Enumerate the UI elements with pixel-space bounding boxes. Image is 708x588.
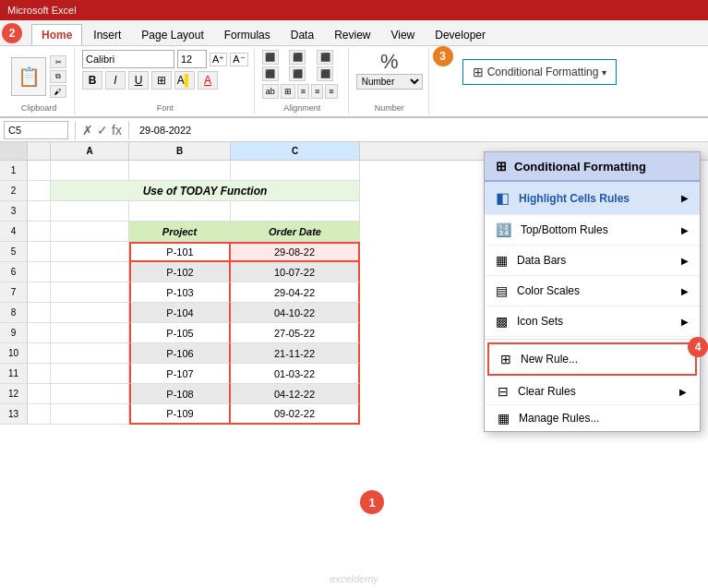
title-bar: Microsoft Excel: [0, 0, 708, 20]
cell-a8[interactable]: [51, 303, 129, 323]
cell-a9[interactable]: [51, 323, 129, 343]
cell-b11[interactable]: P-107: [129, 364, 231, 384]
conditional-formatting-button[interactable]: ⊞ Conditional Formatting ▾: [462, 59, 618, 85]
cell-b8[interactable]: P-104: [129, 303, 231, 323]
row-num-1: 1: [0, 161, 28, 181]
clipboard-label: Clipboard: [21, 103, 57, 113]
watermark: exceldemy: [330, 573, 378, 584]
tab-home[interactable]: Home: [31, 24, 82, 45]
menu-item-color-scales[interactable]: ▤ Color Scales ▶: [485, 276, 700, 306]
tab-view[interactable]: View: [381, 25, 424, 45]
cell-c11[interactable]: 01-03-22: [231, 364, 360, 384]
cell-b9[interactable]: P-105: [129, 323, 231, 343]
tab-data[interactable]: Data: [282, 25, 323, 45]
fill-color-button[interactable]: A▌: [174, 71, 195, 90]
cell-a6[interactable]: [51, 262, 129, 282]
cell-reference-input[interactable]: [4, 121, 68, 139]
align-left-button[interactable]: ≡: [297, 84, 309, 99]
underline-button[interactable]: U: [128, 71, 149, 90]
tab-page-layout[interactable]: Page Layout: [132, 25, 212, 45]
wrap-text-button[interactable]: ab: [262, 84, 279, 99]
cell-a10[interactable]: [51, 343, 129, 364]
number-format-select[interactable]: Number General Currency Percentage Date: [356, 74, 423, 90]
menu-item-highlight-cells[interactable]: ◧ Highlight Cells Rules ▶: [485, 182, 700, 215]
align-bottom-left[interactable]: ⬛: [262, 66, 279, 81]
align-right-button[interactable]: ≡: [325, 84, 337, 99]
italic-button[interactable]: I: [105, 71, 126, 90]
copy-button[interactable]: ⧉: [50, 70, 66, 83]
font-size-input[interactable]: [177, 50, 207, 68]
cell-c5-selected[interactable]: 29-08-22: [231, 242, 360, 262]
row-num-13: 13: [0, 404, 28, 425]
cell-b6[interactable]: P-102: [129, 262, 231, 282]
cell-b5[interactable]: P-101: [129, 242, 231, 262]
cell-a12[interactable]: [51, 384, 129, 404]
cell-a5[interactable]: [51, 242, 129, 262]
icon-sets-label: Icon Sets: [517, 315, 672, 328]
cancel-icon[interactable]: ✗: [82, 123, 93, 138]
cell-c10[interactable]: 21-11-22: [231, 343, 360, 364]
cell-c1[interactable]: [231, 161, 360, 181]
align-center-button[interactable]: ≡: [311, 84, 323, 99]
align-bottom-center[interactable]: ⬛: [289, 66, 306, 81]
cell-b12[interactable]: P-108: [129, 384, 231, 404]
cell-a4[interactable]: [51, 222, 129, 242]
cell-c9[interactable]: 27-05-22: [231, 323, 360, 343]
formula-bar-divider: [75, 121, 76, 139]
font-color-button[interactable]: A: [198, 71, 218, 90]
cell-c8[interactable]: 04-10-22: [231, 303, 360, 323]
tab-insert[interactable]: Insert: [84, 25, 130, 45]
font-group: A⁺ A⁻ B I U ⊞ A▌ A Font: [77, 48, 255, 114]
cell-c6[interactable]: 10-07-22: [231, 262, 360, 282]
align-bottom-right[interactable]: ⬛: [317, 66, 333, 81]
cell-c12[interactable]: 04-12-22: [231, 384, 360, 404]
cf-group: 3 ⊞ Conditional Formatting ▾: [431, 48, 704, 114]
format-painter-button[interactable]: 🖌: [50, 85, 66, 98]
cell-b3[interactable]: [129, 201, 231, 222]
menu-header-icon: ⊞: [496, 159, 507, 174]
cell-b10[interactable]: P-106: [129, 343, 231, 364]
cell-c7[interactable]: 29-04-22: [231, 282, 360, 303]
new-rule-label: New Rule...: [521, 353, 684, 366]
font-name-input[interactable]: [82, 50, 174, 68]
align-top-left[interactable]: ⬛: [262, 50, 279, 65]
cell-a7[interactable]: [51, 282, 129, 303]
menu-item-clear-rules[interactable]: ⊟ Clear Rules ▶: [485, 378, 700, 405]
menu-item-manage-rules[interactable]: ▦ Manage Rules...: [485, 405, 700, 431]
cell-a11[interactable]: [51, 364, 129, 384]
cell-c3[interactable]: [231, 201, 360, 222]
step4-circle: 4: [688, 337, 708, 357]
percent-symbol[interactable]: %: [380, 50, 399, 74]
step3-circle: 3: [433, 46, 453, 66]
formula-input[interactable]: [136, 124, 704, 137]
cell-c13[interactable]: 09-02-22: [231, 404, 360, 425]
tab-review[interactable]: Review: [325, 25, 379, 45]
cell-a13[interactable]: [51, 404, 129, 425]
font-shrink-button[interactable]: A⁻: [230, 53, 247, 66]
align-top-center[interactable]: ⬛: [289, 50, 306, 65]
tab-developer[interactable]: Developer: [426, 25, 495, 45]
confirm-icon[interactable]: ✓: [97, 123, 108, 138]
cell-spacer-3: [28, 201, 51, 222]
merge-center-button[interactable]: ⊞: [281, 84, 295, 99]
cell-a1[interactable]: [51, 161, 129, 181]
align-top-right[interactable]: ⬛: [317, 50, 333, 65]
cut-button[interactable]: ✂: [50, 55, 66, 68]
tab-formulas[interactable]: Formulas: [215, 25, 280, 45]
font-grow-button[interactable]: A⁺: [210, 53, 227, 66]
function-icon[interactable]: fx: [112, 123, 122, 138]
bold-button[interactable]: B: [82, 71, 102, 90]
menu-item-data-bars[interactable]: ▦ Data Bars ▶: [485, 246, 700, 276]
menu-item-top-bottom[interactable]: 🔢 Top/Bottom Rules ▶: [485, 215, 700, 246]
border-button[interactable]: ⊞: [151, 71, 172, 90]
menu-item-icon-sets[interactable]: ▩ Icon Sets ▶: [485, 306, 700, 337]
paste-button[interactable]: 📋: [11, 57, 46, 96]
cell-a3[interactable]: [51, 201, 129, 222]
formula-bar: ✗ ✓ fx: [0, 118, 708, 142]
icon-sets-arrow: ▶: [681, 317, 689, 327]
cell-b7[interactable]: P-103: [129, 282, 231, 303]
spacer-7: [28, 282, 51, 303]
cell-b1[interactable]: [129, 161, 231, 181]
cell-b13[interactable]: P-109: [129, 404, 231, 425]
menu-item-new-rule[interactable]: ⊞ New Rule... 4: [487, 342, 697, 376]
